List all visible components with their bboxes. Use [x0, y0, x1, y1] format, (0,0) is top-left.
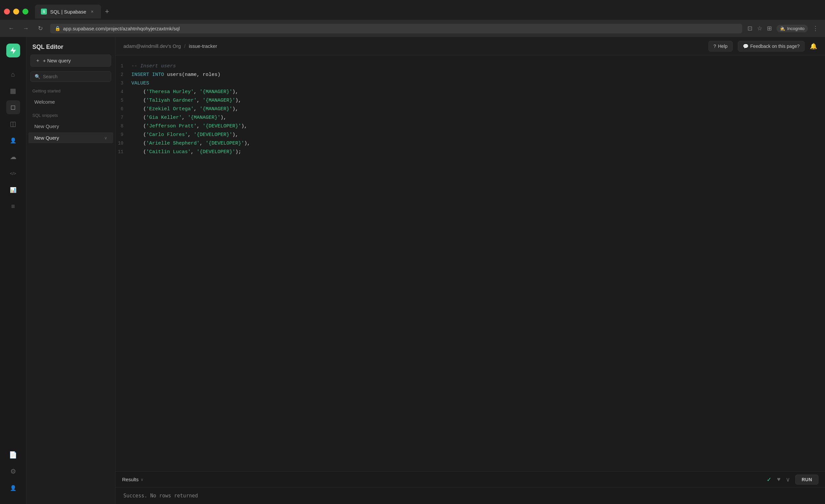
results-tab[interactable]: Results ∨ [122, 477, 144, 482]
tab-title: SQL | Supabase [50, 9, 86, 14]
code-line-10: 10 ('Arielle Shepherd', '{DEVELOPER}'), [116, 139, 825, 148]
code-line-7: 7 ('Gia Keller', '{MANAGER}'), [116, 114, 825, 122]
token-plain: ( [131, 149, 146, 155]
sidebar-icon-functions[interactable]: </> [6, 166, 20, 180]
sidebar-item-new-query-2[interactable]: New Query ∨ [28, 132, 113, 143]
token-plain: , [191, 149, 197, 155]
results-content: Success. No rows returned [116, 488, 825, 504]
run-button[interactable]: RUN [795, 475, 818, 485]
sidebar-icon-docs[interactable]: 📄 [6, 448, 20, 462]
token-str: 'Caitlin Lucas' [146, 149, 191, 155]
new-query-label: + New query [43, 58, 71, 63]
token-str: '{DEVELOPER}' [206, 141, 244, 146]
token-plain: ), [232, 106, 238, 112]
incognito-badge: 🕵 Incognito [776, 25, 808, 32]
line-number-11: 11 [116, 148, 131, 155]
tab-close-button[interactable]: × [91, 9, 93, 14]
refresh-button[interactable]: ↻ [35, 25, 45, 32]
app-logo[interactable] [6, 44, 20, 57]
address-bar[interactable]: 🔒 app.supabase.com/project/azahtnhqohyje… [50, 24, 742, 33]
help-button[interactable]: ? Help [708, 41, 733, 52]
code-editor[interactable]: 1-- Insert users2INSERT INTO users(name,… [116, 56, 825, 471]
token-plain: ); [235, 149, 241, 155]
favorite-icon[interactable]: ♥ [777, 476, 780, 483]
sidebar-icon-storage[interactable]: ☁ [6, 150, 20, 164]
getting-started-section: Getting started [26, 87, 115, 96]
sidebar-item-welcome[interactable]: Welcome [28, 96, 113, 107]
token-str: 'Arielle Shepherd' [146, 141, 200, 146]
sidebar-icon-table[interactable]: ▦ [6, 84, 20, 98]
token-str: '{MANAGER}' [203, 98, 235, 103]
app-container: ⌂ ▦ □ ◫ 👤 ☁ </> 📊 ≡ 📄 ⚙ 👤 SQL Editor ＋ +… [0, 37, 825, 504]
results-tab-label: Results [122, 477, 139, 482]
line-content-1: -- Insert users [131, 62, 176, 70]
token-plain: ), [232, 132, 238, 138]
breadcrumb-project[interactable]: issue-tracker [189, 43, 217, 49]
token-str: '{DEVELOPER}' [197, 149, 235, 155]
sidebar-icon-reports[interactable]: 📊 [6, 183, 20, 197]
toolbar-right: ? Help 💬 Feedback on this page? 🔔 [708, 41, 817, 52]
sidebar-title: SQL Editor [26, 37, 115, 55]
token-plain: ), [241, 124, 247, 129]
star-icon[interactable]: ☆ [757, 25, 762, 32]
new-query-button[interactable]: ＋ + New query [30, 55, 111, 67]
results-panel: Results ∨ ✓ ♥ ∨ RUN Success. No rows ret… [116, 471, 825, 504]
close-traffic-light[interactable] [4, 9, 10, 14]
token-plain: ( [131, 141, 146, 146]
line-number-7: 7 [116, 114, 131, 121]
content-area: adam@windmill.dev's Org / issue-tracker … [116, 37, 825, 504]
breadcrumb-separator: / [184, 43, 185, 49]
token-plain: ( [131, 124, 146, 129]
feedback-button[interactable]: 💬 Feedback on this page? [738, 41, 805, 52]
sidebar-icon-logs[interactable]: ≡ [6, 199, 20, 213]
line-number-5: 5 [116, 97, 131, 104]
more-options-button[interactable]: ⋮ [813, 25, 818, 32]
search-input[interactable] [43, 74, 107, 79]
token-str: 'Jefferson Pratt' [146, 124, 197, 129]
notifications-bell-icon[interactable]: 🔔 [810, 43, 817, 50]
token-plain: ( [131, 98, 146, 103]
token-plain: ), [220, 115, 226, 121]
sql-snippets-section: SQL snippets [26, 112, 115, 121]
cast-icon[interactable]: ⊡ [747, 25, 752, 32]
token-str: '{DEVELOPER}' [203, 124, 241, 129]
incognito-icon: 🕵 [780, 26, 785, 31]
layout-icon[interactable]: ⊞ [767, 25, 772, 32]
search-box[interactable]: 🔍 [30, 71, 111, 82]
token-comment: -- Insert users [131, 63, 176, 69]
search-icon: 🔍 [34, 74, 40, 79]
sidebar-icon-database[interactable]: ◫ [6, 117, 20, 131]
maximize-traffic-light[interactable] [22, 9, 28, 14]
line-number-3: 3 [116, 80, 131, 87]
feedback-icon: 💬 [743, 44, 748, 49]
forward-button[interactable]: → [21, 25, 30, 32]
results-more-icon[interactable]: ∨ [786, 476, 790, 483]
line-content-10: ('Arielle Shepherd', '{DEVELOPER}'), [131, 140, 250, 148]
icon-sidebar: ⌂ ▦ □ ◫ 👤 ☁ </> 📊 ≡ 📄 ⚙ 👤 [0, 37, 26, 504]
token-str: 'Carlo Flores' [146, 132, 188, 138]
check-icon: ✓ [767, 476, 771, 483]
sidebar-icon-editor[interactable]: □ [6, 100, 20, 114]
token-plain: users(name, roles) [164, 72, 220, 78]
line-number-9: 9 [116, 131, 131, 138]
sidebar-icon-home[interactable]: ⌂ [6, 67, 20, 81]
browser-tab[interactable]: S SQL | Supabase × [35, 5, 101, 18]
code-line-4: 4 ('Theresa Hurley', '{MANAGER}'), [116, 88, 825, 96]
breadcrumb-org[interactable]: adam@windmill.dev's Org [124, 43, 181, 49]
token-plain: ( [131, 106, 146, 112]
code-line-11: 11 ('Caitlin Lucas', '{DEVELOPER}'); [116, 148, 825, 156]
traffic-lights [4, 9, 28, 14]
logo-icon [9, 46, 17, 55]
sidebar-icon-settings[interactable]: ⚙ [6, 464, 20, 478]
line-number-2: 2 [116, 71, 131, 78]
code-line-8: 8 ('Jefferson Pratt', '{DEVELOPER}'), [116, 122, 825, 131]
sidebar-icon-users[interactable]: 👤 [6, 133, 20, 147]
new-tab-button[interactable]: + [105, 7, 109, 16]
minimize-traffic-light[interactable] [13, 9, 19, 14]
back-button[interactable]: ← [7, 25, 16, 32]
sidebar-item-new-query-1[interactable]: New Query [28, 121, 113, 132]
line-number-6: 6 [116, 105, 131, 113]
sidebar-icon-profile[interactable]: 👤 [6, 481, 20, 495]
code-line-5: 5 ('Taliyah Gardner', '{MANAGER}'), [116, 96, 825, 105]
token-plain: ( [131, 89, 146, 95]
